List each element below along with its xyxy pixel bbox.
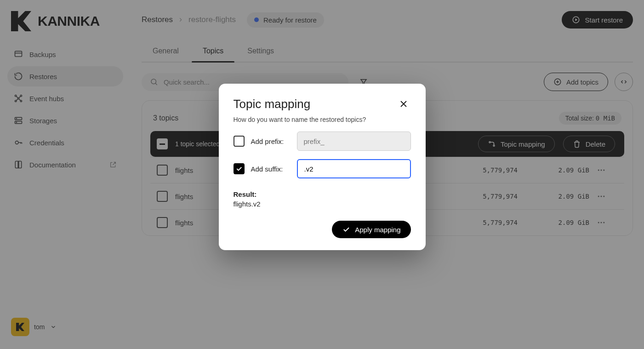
prefix-row: Add prefix: <box>234 132 411 151</box>
suffix-input[interactable] <box>297 159 411 178</box>
check-icon <box>342 225 350 234</box>
prefix-label: Add prefix: <box>251 137 291 145</box>
modal-subtitle: How do you want to name the restored top… <box>234 116 411 123</box>
modal-close-button[interactable] <box>396 97 411 111</box>
prefix-checkbox[interactable] <box>234 136 245 147</box>
prefix-input[interactable] <box>297 132 411 151</box>
suffix-row: Add suffix: <box>234 159 411 178</box>
check-icon <box>235 165 243 172</box>
topic-mapping-modal: Topic mapping How do you want to name th… <box>219 84 426 250</box>
result-label: Result: <box>234 190 411 198</box>
apply-mapping-button[interactable]: Apply mapping <box>332 221 410 238</box>
suffix-label: Add suffix: <box>251 165 291 173</box>
close-icon <box>398 98 409 109</box>
modal-title: Topic mapping <box>234 97 311 111</box>
suffix-checkbox[interactable] <box>234 163 245 174</box>
result-value: flights.v2 <box>234 200 411 208</box>
modal-overlay[interactable]: Topic mapping How do you want to name th… <box>0 0 644 349</box>
result-block: Result: flights.v2 <box>234 190 411 208</box>
